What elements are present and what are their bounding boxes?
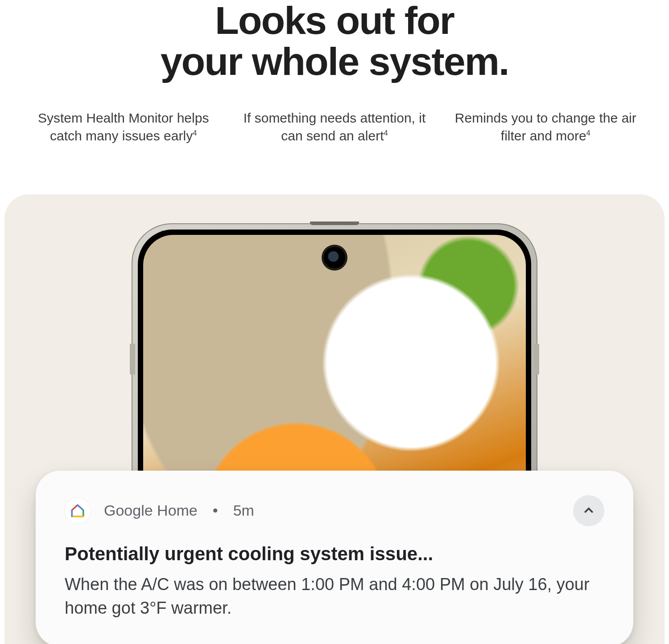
chevron-up-icon [582, 504, 595, 517]
feature-blurb: Reminds you to change the air filter and… [449, 109, 642, 145]
footnote-ref: 4 [384, 129, 388, 137]
phone-stage: Google Home • 5m Potentially urgent cool… [4, 194, 665, 644]
collapse-button[interactable] [573, 495, 604, 526]
footnote-ref: 4 [586, 129, 591, 137]
notification-title: Potentially urgent cooling system issue.… [65, 543, 604, 565]
notification-body: When the A/C was on between 1:00 PM and … [65, 573, 604, 620]
notification-time-ago: 5m [233, 502, 254, 519]
phone-speaker [310, 222, 359, 225]
feature-blurb: If something needs attention, it can sen… [238, 109, 431, 145]
notification-card[interactable]: Google Home • 5m Potentially urgent cool… [36, 471, 633, 644]
feature-text: Reminds you to change the air filter and… [455, 111, 636, 144]
separator-dot: • [213, 502, 218, 519]
feature-row: System Health Monitor helps catch many i… [0, 109, 669, 145]
headline-line2: your whole system. [161, 39, 509, 83]
feature-text: System Health Monitor helps catch many i… [38, 111, 209, 144]
google-home-icon [65, 498, 91, 524]
hero-headline: Looks out for your whole system. [0, 0, 669, 82]
notification-app-name: Google Home [104, 502, 198, 519]
headline-line1: Looks out for [215, 0, 454, 42]
footnote-ref: 4 [193, 129, 197, 137]
feature-blurb: System Health Monitor helps catch many i… [27, 109, 220, 145]
phone-side-button-left [130, 344, 135, 375]
notification-header: Google Home • 5m [65, 495, 604, 526]
front-camera-icon [323, 246, 346, 269]
phone-side-button-right [534, 344, 539, 375]
feature-text: If something needs attention, it can sen… [244, 111, 426, 144]
headline: Looks out for your whole system. [27, 0, 642, 82]
